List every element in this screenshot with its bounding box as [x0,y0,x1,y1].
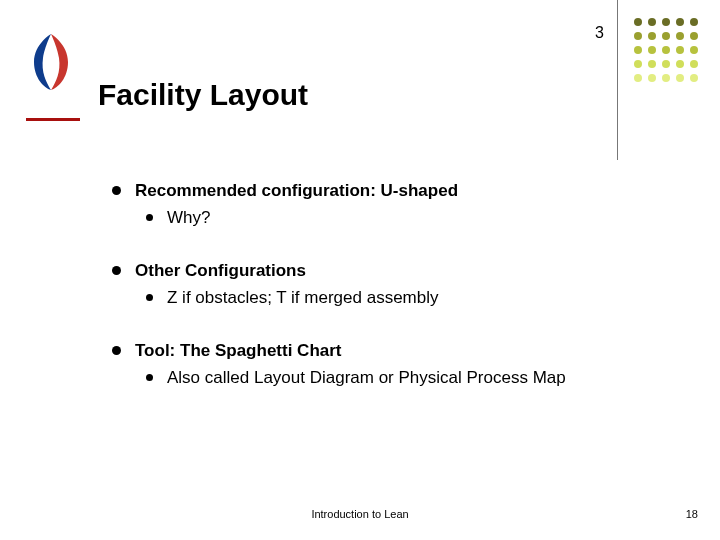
bullet-item: Recommended configuration: U-shaped Why? [112,180,680,230]
bullet-head-text: Tool: The Spaghetti Chart [135,340,342,363]
title-underline [26,118,80,121]
bullet-head-text: Recommended configuration: U-shaped [135,180,458,203]
slide-title: Facility Layout [98,78,308,112]
bullet-icon [112,186,121,195]
bullet-sub-text: Why? [167,207,210,230]
bullet-head-text: Other Configurations [135,260,306,283]
decorative-dot-grid [634,18,712,88]
sub-bullet-icon [146,374,153,381]
sub-bullet-icon [146,294,153,301]
bullet-icon [112,266,121,275]
divider-vertical [617,0,618,160]
bullet-sub-text: Also called Layout Diagram or Physical P… [167,367,566,390]
page-number-top: 3 [595,24,604,42]
footer-page-number: 18 [686,508,698,520]
footer-center-text: Introduction to Lean [0,508,720,520]
body-content: Recommended configuration: U-shaped Why?… [112,180,680,420]
bullet-icon [112,346,121,355]
slide: { "page_number_top": "3", "title": "Faci… [0,0,720,540]
sub-bullet-icon [146,214,153,221]
bullet-item: Tool: The Spaghetti Chart Also called La… [112,340,680,390]
logo [26,32,76,92]
bullet-item: Other Configurations Z if obstacles; T i… [112,260,680,310]
bullet-sub-text: Z if obstacles; T if merged assembly [167,287,438,310]
